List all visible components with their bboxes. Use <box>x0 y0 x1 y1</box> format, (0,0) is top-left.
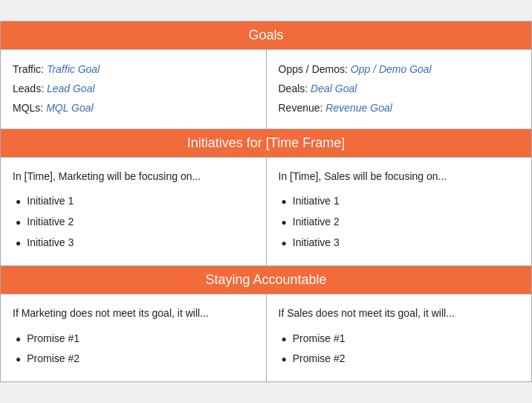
deals-label: Deals: <box>279 83 311 94</box>
deals-value: Deal Goal <box>311 83 357 94</box>
list-item: Promise #1 <box>16 330 254 348</box>
sales-accountability-text: If Sales does not meet its goal, it will… <box>279 305 520 323</box>
list-item: Promise #2 <box>16 350 254 368</box>
revenue-label: Revenue: <box>279 102 326 114</box>
leads-label: Leads: <box>13 83 47 94</box>
goals-left-col: Traffic: Traffic Goal Leads: Lead Goal M… <box>1 50 267 129</box>
traffic-label: Traffic: <box>13 63 47 75</box>
leads-value: Lead Goal <box>47 83 95 94</box>
mqls-label: MQLs: <box>13 102 46 114</box>
list-item: Initiative 3 <box>16 234 254 252</box>
revenue-value: Revenue Goal <box>325 102 392 114</box>
list-item: Initiative 1 <box>16 193 254 210</box>
sales-initiatives-list: Initiative 1 Initiative 2 Initiative 3 <box>279 193 520 251</box>
list-item: Initiative 2 <box>282 213 520 231</box>
accountability-header: Staying Accountable <box>1 266 531 294</box>
initiatives-header: Initiatives for [Time Frame] <box>1 129 531 158</box>
accountability-row: If Marketing does not meet its goal, it … <box>1 294 531 381</box>
list-item: Promise #1 <box>282 330 520 348</box>
main-container: Goals Traffic: Traffic Goal Leads: Lead … <box>0 21 532 382</box>
list-item: Initiative 1 <box>282 193 520 210</box>
initiatives-row: In [Time], Marketing will be focusing on… <box>1 158 531 266</box>
goals-right-col: Opps / Demos: Opp / Demo Goal Deals: Dea… <box>267 50 532 129</box>
opps-label: Opps / Demos: <box>279 63 351 75</box>
traffic-value: Traffic Goal <box>47 63 100 75</box>
accountability-right-col: If Sales does not meet its goal, it will… <box>267 294 532 381</box>
goals-header: Goals <box>1 22 531 50</box>
marketing-promises-list: Promise #1 Promise #2 <box>13 330 254 369</box>
list-item: Initiative 3 <box>282 234 520 252</box>
goals-row: Traffic: Traffic Goal Leads: Lead Goal M… <box>1 50 531 129</box>
list-item: Initiative 2 <box>16 213 254 231</box>
accountability-left-col: If Marketing does not meet its goal, it … <box>1 294 267 381</box>
sales-promises-list: Promise #1 Promise #2 <box>279 330 520 369</box>
mqls-value: MQL Goal <box>46 102 94 114</box>
opps-value: Opp / Demo Goal <box>351 63 432 75</box>
sales-focus-text: In [Time], Sales will be focusing on... <box>279 168 520 186</box>
list-item: Promise #2 <box>282 350 520 368</box>
marketing-initiatives-list: Initiative 1 Initiative 2 Initiative 3 <box>13 193 254 251</box>
initiatives-right-col: In [Time], Sales will be focusing on... … <box>267 158 532 265</box>
marketing-focus-text: In [Time], Marketing will be focusing on… <box>13 168 254 186</box>
marketing-accountability-text: If Marketing does not meet its goal, it … <box>13 305 254 323</box>
initiatives-left-col: In [Time], Marketing will be focusing on… <box>1 158 267 265</box>
